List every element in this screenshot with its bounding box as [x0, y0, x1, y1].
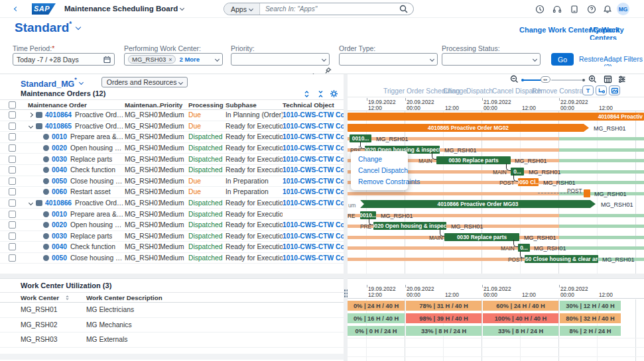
table-row[interactable]: MG_RSH01MG Electricians: [0, 303, 344, 318]
utilization-cell[interactable]: 80% | 32 H / 40 H: [560, 313, 621, 323]
table-row[interactable]: 0060Restart asset MG_RSH01Medium Due In …: [0, 187, 344, 198]
operation-number-link[interactable]: 0040: [52, 166, 67, 174]
feedback-icon[interactable]: [569, 4, 580, 15]
technical-object-link[interactable]: 1010-CWS-CTW Cooli...: [283, 144, 344, 152]
operation-number-link[interactable]: 0020: [52, 221, 67, 229]
row-checkbox[interactable]: [9, 199, 16, 207]
row-checkbox[interactable]: [9, 211, 16, 218]
context-menu-item-remove-constraints[interactable]: Remove Constraints: [351, 176, 408, 187]
utilization-cell[interactable]: 33% | 8 H / 24 H: [483, 326, 558, 336]
table-row[interactable]: 0030Replace parts MG_RSH01Medium Dispatc…: [0, 231, 344, 242]
user-avatar[interactable]: MG: [617, 3, 629, 15]
table-row[interactable]: 4010864Proactive Order MG01 MG_RSH01Medi…: [0, 110, 344, 121]
order-number-link[interactable]: 4010864: [45, 111, 72, 119]
table-row[interactable]: MG_RSH03MG Externals: [0, 333, 344, 348]
row-checkbox[interactable]: [9, 178, 16, 185]
collapse-icon[interactable]: [29, 201, 33, 205]
table-row[interactable]: 0020Open housing & inspect MG_RSH01Mediu…: [0, 143, 344, 154]
col-maintenance-order[interactable]: Maintenance Order: [24, 101, 125, 109]
gantt-bar-order[interactable]: 4010865 Proactive Order MG02: [348, 124, 589, 132]
view-selector[interactable]: Orders and Resources: [101, 77, 188, 87]
table-row[interactable]: 0050Close housing & clear area MG_RSH01M…: [0, 176, 344, 187]
search-icon[interactable]: [399, 5, 408, 13]
collapse-icon[interactable]: [29, 124, 33, 129]
technical-object-link[interactable]: 1010-CWS-CTW Cooli...: [283, 111, 344, 119]
operation-number-link[interactable]: 0050: [52, 178, 67, 185]
splitter-grip-icon[interactable]: [344, 289, 346, 291]
col-work-center[interactable]: Work Center: [16, 294, 82, 301]
table-row[interactable]: 0020Open housing & inspect MG_RSH01Mediu…: [0, 220, 344, 231]
row-checkbox[interactable]: [9, 188, 16, 195]
priority-select[interactable]: [231, 53, 330, 66]
chevron-down-icon[interactable]: [533, 57, 537, 62]
gantt-bar-operation[interactable]: 0030 Replace parts: [436, 156, 511, 164]
table-row[interactable]: 4010865Proactive Order MG02 MG_RSH01Medi…: [0, 121, 344, 132]
row-checkbox[interactable]: [9, 123, 16, 130]
show-text-button[interactable]: T: [582, 85, 594, 95]
order-number-link[interactable]: 4010866: [45, 199, 72, 207]
horizontal-splitter-handle[interactable]: [312, 268, 321, 271]
col-maintenance[interactable]: Maintenan...: [125, 101, 160, 109]
utilization-cell[interactable]: 60% | 24 H / 40 H: [483, 301, 558, 311]
technical-object-link[interactable]: 1010-CWS-CTW Cooli...: [283, 123, 344, 130]
gantt-bar-order[interactable]: 4010866 Proactive Order MG03: [360, 200, 596, 208]
table-row[interactable]: 4010866Proactive Order MG03 MG_RSH01Medi…: [0, 198, 344, 209]
restore-link[interactable]: Restore: [579, 55, 604, 63]
technical-object-link[interactable]: 1010-CWS-CTW Cooli...: [283, 254, 344, 262]
operation-number-link[interactable]: 0020: [52, 144, 67, 152]
wcu-scrollbar-track[interactable]: [0, 354, 344, 360]
table-row[interactable]: 0010Prepare area & shut down … MG_RSH01M…: [0, 132, 344, 143]
row-checkbox[interactable]: [9, 166, 16, 174]
back-icon[interactable]: [12, 5, 18, 13]
operation-number-link[interactable]: 0030: [52, 156, 67, 163]
time-grid-icon[interactable]: [604, 75, 612, 85]
row-checkbox[interactable]: [9, 111, 16, 119]
table-row[interactable]: MG_RSH02MG Mechanics: [0, 318, 344, 333]
technical-object-link[interactable]: 1010-CWS-CTW Cooli...: [283, 232, 344, 240]
zoom-out-icon[interactable]: [510, 75, 519, 85]
shell-search[interactable]: Apps Search In: "Apps": [224, 3, 414, 15]
row-checkbox[interactable]: [9, 243, 16, 250]
gantt-bar-operation[interactable]: 0020 Open housing & inspect: [373, 222, 446, 230]
table-row[interactable]: 0030Replace parts MG_RSH01Medium Dispatc…: [0, 154, 344, 165]
legend-button[interactable]: [609, 85, 620, 95]
go-button[interactable]: Go: [551, 53, 574, 66]
row-checkbox[interactable]: [9, 156, 16, 163]
gantt-bar-order[interactable]: 4010864 Proactiv: [348, 113, 644, 121]
chevron-down-icon[interactable]: [79, 79, 84, 84]
utilization-cell[interactable]: 0% | 16 H / 40 H: [348, 313, 405, 323]
table-settings-gear-icon[interactable]: [330, 89, 339, 99]
order-type-select[interactable]: [339, 53, 438, 66]
expand-icon[interactable]: [29, 113, 33, 117]
technical-object-link[interactable]: 1010-CWS-CTW Cooli...: [283, 243, 344, 250]
gantt-bar-operation[interactable]: [584, 189, 590, 197]
more-tokens-link[interactable]: 2 More: [179, 56, 200, 63]
time-period-input[interactable]: Today -7 / +28 Days: [13, 53, 115, 66]
utilization-cell[interactable]: 33% | 8 H / 24 H: [406, 326, 482, 336]
gantt-bar-operation[interactable]: 0050 Cl...: [518, 178, 539, 186]
gantt-settings-icon[interactable]: [617, 75, 626, 85]
chevron-down-icon[interactable]: [215, 57, 220, 62]
row-checkbox[interactable]: [9, 221, 16, 229]
search-input[interactable]: Search In: "Apps": [260, 5, 399, 13]
utilization-cell[interactable]: 78% | 31 H / 40 H: [406, 301, 482, 311]
utilization-cell[interactable]: 100% | 40 H / 40 H: [483, 313, 558, 323]
token-remove-icon[interactable]: ×: [168, 56, 172, 63]
page-title[interactable]: Standard*: [15, 21, 80, 35]
app-title[interactable]: Maintenance Scheduling Board: [64, 5, 184, 13]
col-technical-object[interactable]: Technical Object: [283, 101, 344, 109]
operation-number-link[interactable]: 0060: [52, 188, 67, 195]
gantt-bar-operation[interactable]: 0050 Close housing & clear area: [525, 255, 598, 263]
utilization-cell[interactable]: 0% | 24 H / 40 H: [348, 301, 405, 311]
dispatch-action[interactable]: Dispatch: [466, 87, 493, 95]
col-subphase[interactable]: Subphase: [225, 101, 283, 109]
table-row[interactable]: 0010Prepare area & shut down … MG_RSH01M…: [0, 209, 344, 220]
zoom-in-icon[interactable]: [588, 75, 597, 85]
technical-object-link[interactable]: 1010-CWS-CTW Cooli...: [283, 199, 344, 207]
notifications-bell-icon[interactable]: [602, 4, 613, 15]
technical-object-link[interactable]: 1010-CWS-CTW Cooli...: [283, 166, 344, 174]
technical-object-link[interactable]: 1010-CWS-CTW Cooli...: [283, 133, 344, 140]
headset-icon[interactable]: [552, 4, 562, 15]
operation-number-link[interactable]: 0030: [52, 232, 67, 240]
col-priority[interactable]: Priority: [160, 101, 188, 109]
